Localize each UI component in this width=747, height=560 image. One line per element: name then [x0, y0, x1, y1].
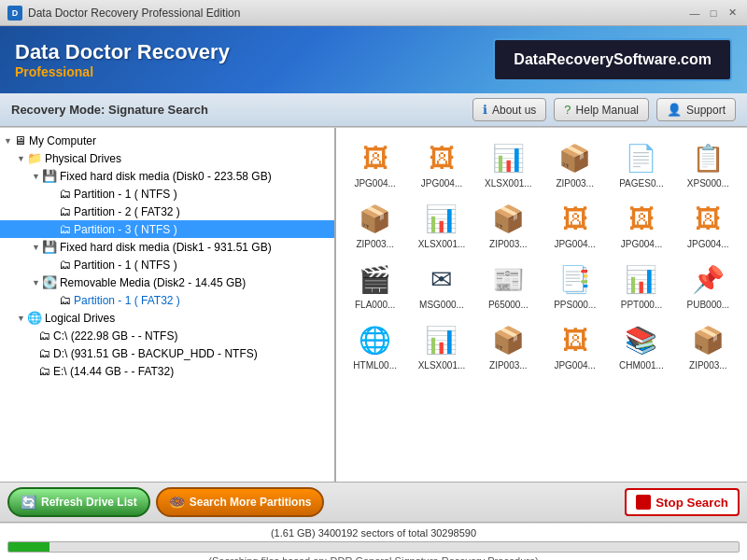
- spacer: [52, 207, 57, 217]
- tree-item-disk0[interactable]: ▼ 💾 Fixed hard disk media (Disk0 - 223.5…: [0, 167, 334, 185]
- tree-label: Partition - 3 ( NTFS ): [74, 223, 177, 236]
- file-item[interactable]: 📊XLSX001...: [410, 196, 472, 253]
- tree-item-disk2-part1[interactable]: 🗂 Partition - 1 ( FAT32 ): [0, 291, 334, 309]
- file-icon: 📌: [691, 260, 725, 298]
- tree-label: Fixed hard disk media (Disk1 - 931.51 GB…: [60, 241, 272, 254]
- file-item[interactable]: 📊XLSX001...: [477, 135, 540, 192]
- file-item[interactable]: 📦ZIP003...: [477, 196, 540, 253]
- file-item[interactable]: 📦ZIP003...: [344, 196, 406, 253]
- computer-icon: 🖥: [14, 133, 26, 147]
- progress-sub-text: (Searching files based on: DDR General S…: [7, 555, 740, 560]
- spacer: [32, 331, 36, 341]
- tree-root-label: My Computer: [29, 134, 96, 147]
- file-item[interactable]: 📄PAGES0...: [610, 135, 672, 192]
- file-item[interactable]: 📦ZIP003...: [543, 135, 606, 192]
- file-label: ZIP003...: [556, 178, 594, 189]
- support-button[interactable]: 👤 Support: [656, 98, 736, 121]
- about-button[interactable]: ℹ About us: [472, 98, 546, 121]
- close-button[interactable]: ✕: [725, 6, 740, 21]
- file-item[interactable]: 📦ZIP003...: [477, 317, 540, 374]
- file-icon: 🎬: [359, 260, 392, 298]
- tree-item-drive-d[interactable]: 🗂 D:\ (931.51 GB - BACKUP_HDD - NTFS): [0, 344, 334, 362]
- help-icon: ?: [564, 103, 571, 117]
- logo-sub: Professional: [15, 64, 493, 79]
- file-item[interactable]: 🖼JPG004...: [410, 135, 472, 192]
- file-item[interactable]: ✉MSG000...: [410, 257, 472, 314]
- refresh-label: Refresh Drive List: [41, 496, 137, 509]
- disk-icon: 💾: [42, 240, 57, 254]
- file-icon: 📦: [359, 200, 392, 237]
- expand-icon[interactable]: ▼: [17, 154, 25, 163]
- file-item[interactable]: 🖼JPG004...: [543, 317, 606, 374]
- tree-item-logical[interactable]: ▼ 🌐 Logical Drives: [0, 309, 334, 327]
- help-label: Help Manual: [576, 104, 639, 117]
- tree-item-physical[interactable]: ▼ 📁 Physical Drives: [0, 149, 334, 167]
- file-item[interactable]: 📊PPT000...: [610, 257, 672, 314]
- file-label: JPG004...: [687, 239, 728, 249]
- tree-item-disk1-part1[interactable]: 🗂 Partition - 1 ( NTFS ): [0, 256, 334, 273]
- file-item[interactable]: 🌐HTML00...: [344, 317, 406, 374]
- file-item[interactable]: 📑PPS000...: [543, 257, 606, 314]
- file-label: P65000...: [488, 300, 529, 310]
- expand-icon[interactable]: ▼: [17, 314, 25, 323]
- removable-icon: 💽: [42, 275, 57, 289]
- search-more-label: Search More Partitions: [190, 496, 312, 509]
- spacer: [32, 349, 36, 358]
- tree-item-drive-c[interactable]: 🗂 C:\ (222.98 GB - - NTFS): [0, 327, 334, 344]
- file-item[interactable]: 📰P65000...: [477, 257, 540, 314]
- file-label: FLA000...: [355, 300, 395, 310]
- file-item[interactable]: 🎬FLA000...: [344, 257, 406, 314]
- tree-item-part2[interactable]: 🗂 Partition - 2 ( FAT32 ): [0, 203, 334, 220]
- help-button[interactable]: ? Help Manual: [554, 98, 649, 121]
- stop-label: Stop Search: [655, 496, 728, 510]
- file-label: JPG004...: [554, 360, 595, 371]
- minimize-button[interactable]: —: [687, 6, 702, 21]
- file-label: ZIP003...: [689, 360, 727, 371]
- file-icon: 📦: [491, 321, 525, 358]
- right-panel[interactable]: 🖼JPG004...🖼JPG004...📊XLSX001...📦ZIP003..…: [336, 128, 747, 482]
- file-label: ZIP003...: [489, 239, 528, 249]
- refresh-button[interactable]: 🔄 Refresh Drive List: [7, 487, 150, 517]
- expand-icon[interactable]: ▼: [4, 136, 12, 146]
- file-icon: 🖼: [625, 200, 658, 237]
- file-item[interactable]: 📋XPS000...: [677, 135, 740, 192]
- tree-root[interactable]: ▼ 🖥 My Computer: [0, 132, 334, 149]
- file-item[interactable]: 🖼JPG004...: [677, 196, 740, 253]
- spacer: [52, 189, 57, 199]
- left-panel[interactable]: ▼ 🖥 My Computer ▼ 📁 Physical Drives ▼ 💾 …: [0, 128, 336, 482]
- tree-item-drive-e[interactable]: 🗂 E:\ (14.44 GB - - FAT32): [0, 362, 334, 380]
- file-icon: 📦: [691, 321, 725, 358]
- file-item[interactable]: 🖼JPG004...: [344, 135, 406, 192]
- maximize-button[interactable]: □: [706, 6, 721, 21]
- stop-search-button[interactable]: Stop Search: [625, 488, 740, 516]
- file-icon: 🖼: [425, 139, 458, 176]
- file-label: JPG004...: [421, 178, 462, 189]
- tree-item-part1[interactable]: 🗂 Partition - 1 ( NTFS ): [0, 185, 334, 203]
- tree-item-disk1[interactable]: ▼ 💾 Fixed hard disk media (Disk1 - 931.5…: [0, 238, 334, 256]
- expand-icon[interactable]: ▼: [32, 243, 40, 252]
- disk-icon: 💾: [42, 169, 57, 183]
- support-icon: 👤: [667, 103, 682, 117]
- stop-icon: [636, 495, 651, 510]
- file-label: PUB000...: [687, 300, 730, 310]
- tree-label: Partition - 1 ( NTFS ): [74, 259, 177, 272]
- search-more-button[interactable]: 🍩 Search More Partitions: [156, 487, 325, 517]
- spacer: [52, 296, 57, 305]
- logo-title: Data Doctor Recovery: [15, 40, 493, 64]
- file-icon: 🖼: [558, 321, 592, 358]
- file-item[interactable]: 📦ZIP003...: [677, 317, 740, 374]
- file-label: PPS000...: [554, 300, 596, 310]
- tree-item-disk2[interactable]: ▼ 💽 Removable Media (Disk2 - 14.45 GB): [0, 273, 334, 291]
- expand-icon[interactable]: ▼: [32, 278, 40, 287]
- file-item[interactable]: 🖼JPG004...: [543, 196, 606, 253]
- file-item[interactable]: 📚CHM001...: [610, 317, 672, 374]
- file-item[interactable]: 🖼JPG004...: [610, 196, 672, 253]
- drive-icon: 🗂: [38, 346, 50, 360]
- progress-bar-fill: [8, 542, 49, 552]
- partition-icon: 🗂: [59, 204, 71, 218]
- tree-item-part3[interactable]: 🗂 Partition - 3 ( NTFS ): [0, 220, 334, 238]
- file-label: XPS000...: [687, 178, 729, 189]
- expand-icon[interactable]: ▼: [32, 172, 40, 181]
- file-item[interactable]: 📊XLSX001...: [410, 317, 472, 374]
- file-item[interactable]: 📌PUB000...: [677, 257, 740, 314]
